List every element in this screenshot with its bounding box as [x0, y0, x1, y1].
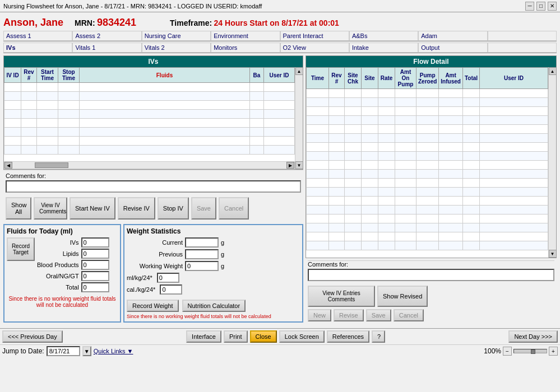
scroll-thumb[interactable]	[35, 162, 68, 168]
table-row[interactable]	[307, 188, 548, 197]
flow-new-button[interactable]: New	[308, 309, 331, 321]
table-row[interactable]	[4, 146, 295, 155]
flow-cancel-button[interactable]: Cancel	[394, 309, 424, 321]
table-row[interactable]	[4, 92, 295, 101]
scroll-up-btn[interactable]: ▲	[295, 67, 303, 75]
view-iv-entries-button[interactable]: View IV Entries Comments	[308, 286, 375, 307]
flow-revise-button[interactable]: Revise	[334, 309, 364, 321]
ivs-cancel-button[interactable]: Cancel	[219, 197, 249, 220]
table-row[interactable]	[307, 170, 548, 179]
tab-assess1[interactable]: Assess 1	[3, 31, 72, 41]
flow-scroll-down[interactable]: ▼	[549, 250, 557, 258]
record-target-button[interactable]: Record Target	[7, 237, 35, 261]
flow-col-amton: Amt On Pump	[395, 68, 416, 89]
table-row[interactable]	[307, 152, 548, 161]
zoom-slider[interactable]	[513, 349, 547, 353]
tab-monitors[interactable]: Monitors	[211, 43, 280, 53]
references-button[interactable]: References	[327, 330, 369, 343]
tab-adam[interactable]: Adam	[418, 31, 487, 41]
table-row[interactable]	[307, 134, 548, 143]
weight-input-previous[interactable]	[185, 249, 219, 259]
start-new-iv-button[interactable]: Start New IV	[70, 197, 115, 220]
table-row[interactable]	[4, 137, 295, 146]
table-row[interactable]	[307, 197, 548, 206]
stop-iv-button[interactable]: Stop IV	[158, 197, 189, 220]
calc-input-ml[interactable]	[157, 273, 179, 283]
next-day-button[interactable]: Next Day >>>	[508, 330, 558, 343]
tab-environment[interactable]: Environment	[211, 31, 280, 41]
ivs-hscroll[interactable]: ◀ ▶	[4, 161, 295, 169]
print-button[interactable]: Print	[224, 330, 248, 343]
weight-row-current: Current g	[127, 237, 300, 248]
show-revised-button[interactable]: Show Revised	[377, 286, 428, 307]
tab-output[interactable]: Output	[418, 43, 487, 53]
quick-links-button[interactable]: Quick Links ▼	[94, 348, 133, 354]
nutrition-calc-button[interactable]: Nutrition Calculator	[182, 300, 246, 312]
table-row[interactable]	[307, 161, 548, 170]
maximize-btn[interactable]: □	[536, 2, 545, 11]
scroll-left-btn[interactable]: ◀	[4, 162, 12, 169]
jump-date-dropdown[interactable]: ▼	[82, 346, 91, 356]
table-row[interactable]	[307, 89, 548, 98]
tab-parent-interact[interactable]: Parent Interact	[280, 31, 349, 41]
fluid-input-lipids[interactable]	[81, 249, 109, 259]
tab-nursing-care[interactable]: Nursing Care	[142, 31, 211, 41]
minimize-btn[interactable]: ─	[525, 2, 534, 11]
close-btn[interactable]: ✕	[548, 2, 557, 11]
fluid-input-ivs[interactable]	[81, 237, 109, 248]
ivs-comments-input[interactable]	[6, 180, 301, 193]
tab-vitals1[interactable]: Vitals 1	[72, 43, 141, 53]
jump-date-input[interactable]	[47, 346, 80, 356]
fluid-input-blood[interactable]	[81, 260, 109, 270]
table-row[interactable]	[307, 98, 548, 107]
zoom-thumb[interactable]	[531, 349, 535, 354]
zoom-out-btn[interactable]: −	[503, 347, 512, 356]
table-row[interactable]	[4, 110, 295, 119]
flow-scroll-up[interactable]: ▲	[549, 67, 557, 75]
table-row[interactable]	[307, 143, 548, 152]
tab-abs[interactable]: A&Bs	[349, 31, 418, 41]
zoom-in-btn[interactable]: +	[549, 347, 558, 356]
interface-button[interactable]: Interface	[186, 330, 221, 343]
flow-save-button[interactable]: Save	[366, 309, 391, 321]
table-row[interactable]	[4, 128, 295, 137]
lock-screen-button[interactable]: Lock Screen	[279, 330, 325, 343]
scroll-down-btn[interactable]: ▼	[295, 161, 303, 169]
fluid-input-total[interactable]	[81, 282, 109, 292]
zoom-bar: 100% − +	[484, 347, 558, 356]
table-row[interactable]	[4, 119, 295, 128]
nav-tabs-row2: IVs Vitals 1 Vitals 2 Monitors O2 View I…	[3, 43, 557, 53]
fluid-input-oral[interactable]	[81, 271, 109, 281]
table-row[interactable]	[307, 179, 548, 188]
flow-comments-input[interactable]	[308, 269, 554, 281]
tab-o2view[interactable]: O2 View	[280, 43, 349, 53]
table-row[interactable]	[307, 241, 548, 250]
table-row[interactable]	[4, 101, 295, 110]
tab-intake[interactable]: Intake	[349, 43, 418, 53]
weight-input-working[interactable]	[185, 261, 219, 271]
table-row[interactable]	[307, 232, 548, 241]
table-row[interactable]	[307, 206, 548, 214]
record-weight-button[interactable]: Record Weight	[127, 300, 179, 312]
flow-vscroll[interactable]: ▲ ▼	[548, 67, 556, 258]
ivs-vscroll[interactable]: ▲ ▼	[295, 67, 303, 169]
ivs-save-button[interactable]: Save	[191, 197, 216, 220]
show-all-button[interactable]: Show All	[6, 197, 31, 220]
table-row[interactable]	[307, 116, 548, 125]
revise-iv-button[interactable]: Revise IV	[118, 197, 155, 220]
table-row[interactable]	[307, 125, 548, 134]
view-iv-comments-button[interactable]: View IV Comments	[34, 197, 67, 220]
close-button[interactable]: Close	[250, 330, 277, 343]
weight-input-current[interactable]	[185, 237, 219, 248]
tab-vitals2[interactable]: Vitals 2	[142, 43, 211, 53]
table-row[interactable]	[4, 83, 295, 92]
tab-ivs[interactable]: IVs	[3, 43, 72, 53]
previous-day-button[interactable]: <<< Previous Day	[2, 330, 63, 343]
help-button[interactable]: ?	[372, 330, 385, 343]
table-row[interactable]	[307, 107, 548, 116]
tab-assess2[interactable]: Assess 2	[72, 31, 141, 41]
table-row[interactable]	[307, 214, 548, 223]
calc-input-cal[interactable]	[160, 284, 182, 295]
table-row[interactable]	[307, 223, 548, 232]
scroll-right-btn[interactable]: ▶	[286, 162, 294, 169]
